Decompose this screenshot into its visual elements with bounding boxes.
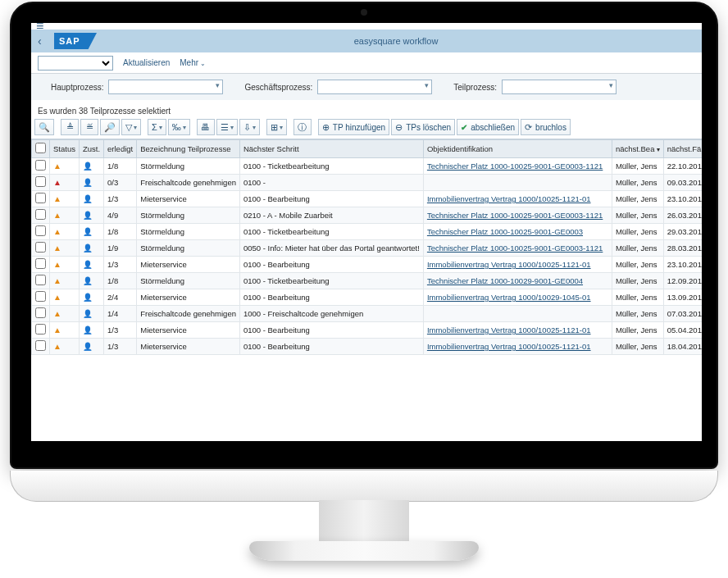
col-naechster-schritt[interactable]: Nächster Schritt: [239, 140, 423, 158]
row-checkbox[interactable]: [35, 291, 46, 302]
table-row[interactable]: ▲👤1/3Mieterservice0100 - BearbeitungImmo…: [32, 257, 703, 273]
obj-cell: [423, 306, 612, 322]
table-row[interactable]: ▲👤1/8Störmeldung0100 - Ticketbearbeitung…: [32, 158, 703, 175]
obj-cell: Technischer Platz 1000-10025-9001-GE0003…: [423, 207, 612, 224]
obj-link[interactable]: Immobilienvertrag Vertrag 1000/10025-112…: [427, 342, 591, 351]
ns-cell: 0100 - Ticketbearbeitung: [239, 158, 423, 175]
col-objid[interactable]: Objektidentifikation: [423, 140, 612, 158]
row-checkbox[interactable]: [35, 258, 46, 269]
person-icon: 👤: [83, 342, 93, 351]
row-checkbox[interactable]: [35, 275, 46, 285]
bea-cell: Müller, Jens: [612, 158, 663, 175]
bez-cell: Störmeldung: [137, 158, 240, 175]
row-checkbox[interactable]: [35, 324, 46, 335]
refresh-button[interactable]: Aktualisieren: [123, 58, 170, 67]
status-icon: ▲: [53, 162, 61, 171]
obj-link[interactable]: Technischer Platz 1000-10025-9001-GE0003…: [427, 243, 603, 253]
detail-button[interactable]: 🔍: [34, 119, 54, 135]
ns-cell: 0100 -: [239, 175, 423, 191]
sort-desc-button[interactable]: ≝: [80, 119, 98, 135]
table-row[interactable]: ▲👤1/9Störmeldung0050 - Info: Mieter hat …: [32, 240, 703, 257]
bea-cell: Müller, Jens: [612, 257, 663, 273]
obj-link[interactable]: Technischer Platz 1000-10025-9001-GE0003…: [427, 162, 603, 171]
ns-cell: 0100 - Bearbeitung: [239, 339, 423, 355]
status-icon: ▲: [53, 211, 61, 220]
fall-cell: 18.04.2019: [663, 339, 702, 355]
ns-cell: 1000 - Freischaltcode genehmigen: [239, 306, 423, 322]
geschaeftsprozess-input[interactable]: [317, 80, 432, 94]
ns-cell: 0100 - Ticketbearbeitung: [239, 224, 423, 240]
view-select[interactable]: [38, 56, 113, 71]
grid-toolbar: 🔍 ≜ ≝ 🔎 ▽ Σ ‰ 🖶 ☰ ⇩ ⊞ ⓘ ⊕TP hinzufügen ⊖…: [31, 119, 702, 139]
fall-cell: 05.04.2019: [663, 322, 702, 339]
filter-button[interactable]: ▽: [121, 119, 141, 135]
table-row[interactable]: ▲👤1/3Mieterservice0100 - BearbeitungImmo…: [32, 322, 703, 339]
bez-cell: Mieterservice: [137, 289, 240, 306]
subtotal-button[interactable]: ‰: [168, 119, 190, 135]
sort-asc-button[interactable]: ≜: [61, 119, 79, 135]
row-checkbox[interactable]: [35, 209, 46, 220]
obj-cell: Technischer Platz 1000-10025-9001-GE0003…: [423, 240, 612, 257]
table-row[interactable]: ▲👤1/3Mieterservice0100 - BearbeitungImmo…: [32, 339, 703, 355]
row-checkbox[interactable]: [35, 193, 46, 203]
status-icon: ▲: [53, 194, 61, 203]
fall-cell: 07.03.2019: [663, 306, 702, 322]
obj-link[interactable]: Immobilienvertrag Vertrag 1000/10029-104…: [427, 293, 591, 302]
table-row[interactable]: ▲👤0/3Freischaltcode genehmigen0100 -Müll…: [32, 175, 703, 191]
row-checkbox[interactable]: [35, 307, 46, 318]
table-row[interactable]: ▲👤1/3Mieterservice0100 - BearbeitungImmo…: [32, 191, 703, 207]
obj-link[interactable]: Immobilienvertrag Vertrag 1000/10025-112…: [427, 325, 591, 335]
row-checkbox[interactable]: [35, 225, 46, 236]
command-bar: Aktualisieren Mehr⌄: [31, 52, 702, 74]
obj-link[interactable]: Immobilienvertrag Vertrag 1000/10025-112…: [427, 260, 591, 269]
fall-cell: 12.09.2018: [663, 273, 702, 289]
more-menu[interactable]: Mehr⌄: [180, 58, 206, 67]
sum-button[interactable]: Σ: [148, 119, 166, 135]
obj-link[interactable]: Technischer Platz 1000-10029-9001-GE0004: [427, 276, 583, 285]
add-tp-button[interactable]: ⊕TP hinzufügen: [318, 119, 389, 135]
table-row[interactable]: ▲👤1/8Störmeldung0100 - Ticketbearbeitung…: [32, 224, 703, 240]
status-icon: ▲: [53, 309, 61, 318]
col-faelligkeit[interactable]: nächst.Fälligk.: [663, 140, 702, 158]
table-row[interactable]: ▲👤2/4Mieterservice0100 - BearbeitungImmo…: [32, 289, 703, 306]
print-button[interactable]: 🖶: [197, 119, 215, 135]
row-checkbox[interactable]: [35, 160, 46, 171]
delete-tp-button[interactable]: ⊖TPs löschen: [391, 119, 455, 135]
find-button[interactable]: 🔎: [100, 119, 120, 135]
obj-cell: [423, 175, 612, 191]
col-status[interactable]: Status: [50, 140, 80, 158]
menu-icon[interactable]: ≡: [31, 23, 702, 30]
obj-cell: Immobilienvertrag Vertrag 1000/10025-112…: [423, 257, 612, 273]
info-button[interactable]: ⓘ: [293, 119, 312, 135]
titlebar: ‹ SAP easysquare workflow: [31, 30, 702, 52]
bea-cell: Müller, Jens: [612, 207, 663, 224]
row-checkbox[interactable]: [35, 340, 46, 351]
col-bez[interactable]: Bezeichnung Teilprozesse: [137, 140, 240, 158]
hauptprozess-input[interactable]: [108, 80, 223, 94]
layout-button[interactable]: ⊞: [266, 119, 287, 135]
row-checkbox[interactable]: [35, 176, 46, 187]
bruchlos-button[interactable]: ⟳bruchlos: [521, 119, 571, 135]
close-button[interactable]: ✔abschließen: [457, 119, 519, 135]
col-zust[interactable]: Zust.: [79, 140, 103, 158]
obj-link[interactable]: Technischer Platz 1000-10025-9001-GE0003: [427, 227, 583, 236]
bea-cell: Müller, Jens: [612, 240, 663, 257]
fall-cell: 22.10.2018: [663, 158, 702, 175]
row-checkbox[interactable]: [35, 242, 46, 253]
col-erledigt[interactable]: erledigt: [104, 140, 137, 158]
back-button[interactable]: ‹: [38, 34, 54, 48]
export-button[interactable]: ⇩: [239, 119, 260, 135]
table-row[interactable]: ▲👤4/9Störmeldung0210 - A - Mobile Zuarbe…: [32, 207, 703, 224]
obj-link[interactable]: Immobilienvertrag Vertrag 1000/10025-112…: [427, 194, 591, 203]
table-row[interactable]: ▲👤1/8Störmeldung0100 - Ticketbearbeitung…: [32, 273, 703, 289]
erledigt-cell: 1/3: [104, 191, 137, 207]
bez-cell: Störmeldung: [137, 273, 240, 289]
select-all-checkbox[interactable]: [35, 143, 46, 153]
person-icon: 👤: [83, 243, 93, 253]
teilprozess-input[interactable]: [502, 80, 617, 94]
obj-link[interactable]: Technischer Platz 1000-10025-9001-GE0003…: [427, 211, 603, 220]
table-row[interactable]: ▲👤1/4Freischaltcode genehmigen1000 - Fre…: [32, 306, 703, 322]
col-bearbeiter[interactable]: nächst.Bea: [612, 140, 663, 158]
view-button[interactable]: ☰: [216, 119, 238, 135]
person-icon: 👤: [83, 227, 93, 236]
